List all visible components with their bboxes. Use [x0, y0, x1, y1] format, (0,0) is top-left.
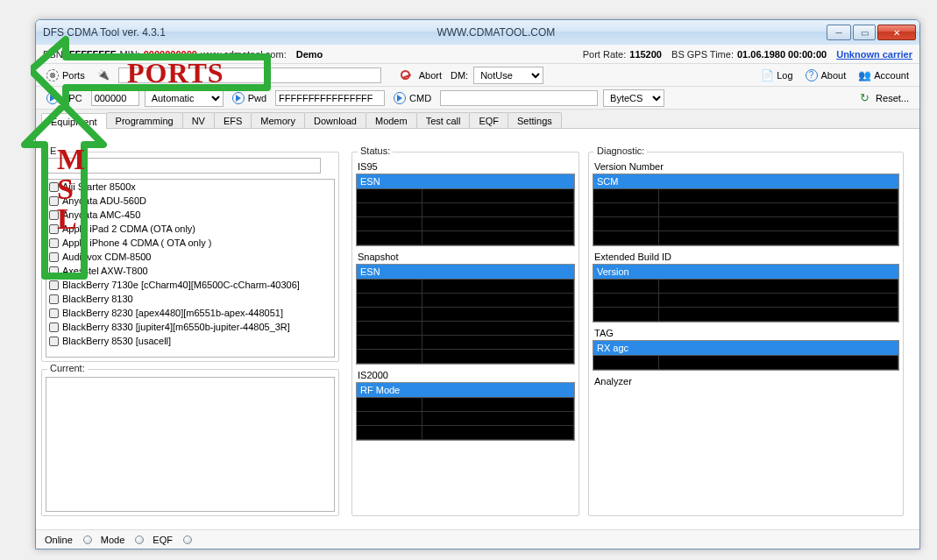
pwd-button[interactable]: Pwd [229, 90, 270, 106]
eqf-label: EQF [153, 535, 173, 545]
equipment-item[interactable]: Anydata AMC-450 [46, 208, 334, 222]
account-label: Account [874, 70, 909, 81]
eqf-indicator-icon [183, 535, 192, 544]
about-label: About [821, 70, 847, 81]
esn-header: ESN [357, 174, 574, 189]
version-header: Version [593, 265, 898, 280]
spc-input[interactable] [91, 90, 139, 106]
user-icon [858, 69, 870, 82]
connect-button[interactable] [94, 67, 113, 83]
equipment-legend: E [47, 145, 59, 156]
equipment-item[interactable]: BlackBerry 7130e [cCharm40][M6500C-cChar… [46, 278, 334, 292]
snapshot-label: Snapshot [358, 252, 579, 262]
reset-button[interactable]: Reset... [856, 90, 912, 106]
carrier-link[interactable]: Unknown carrier [836, 49, 912, 60]
app-window: DFS CDMA Tool ver. 4.3.1 WWW.CDMATOOL.CO… [35, 19, 920, 549]
refresh-icon [860, 92, 872, 104]
abort-label: Abort [419, 70, 442, 81]
equipment-group: E Aiji Starter 8500xAnydata ADU-560DAnyd… [41, 152, 339, 362]
help-icon [806, 69, 818, 82]
status-group: Status: IS95 ESN Snapshot ESN IS2000 RF … [351, 152, 579, 516]
equipment-item[interactable]: Apple iPhone 4 CDMA ( OTA only ) [46, 236, 334, 250]
extbuild-label: Extended Build ID [594, 252, 903, 262]
min-value: 0000000000 [144, 49, 197, 60]
equipment-item[interactable]: Anydata ADU-560D [46, 194, 334, 208]
is95-grid: ESN [356, 174, 575, 246]
cmd-button[interactable]: CMD [390, 90, 435, 106]
equipment-item[interactable]: BlackBerry 8530 [usacell] [46, 334, 334, 348]
log-label: Log [777, 70, 792, 81]
gps-value: 01.06.1980 00:00:00 [737, 49, 827, 60]
is2000-grid: RF Mode [356, 382, 575, 441]
toolbar-1: Ports Abort DM: NotUse Log About Account [36, 64, 919, 87]
play-icon [46, 92, 59, 104]
online-indicator-icon [83, 535, 92, 544]
site-label: www.cdmatool.com: [201, 49, 287, 60]
esn-value: FFFFFFFF [69, 49, 117, 60]
window-title: DFS CDMA Tool ver. 4.3.1 [43, 26, 166, 39]
version-grid: SCM [593, 174, 899, 246]
spc-button[interactable]: SPC [43, 90, 86, 106]
is95-label: IS95 [358, 161, 579, 172]
online-label: Online [45, 535, 73, 545]
version-label: Version Number [594, 161, 903, 172]
equipment-item[interactable]: BlackBerry 8330 [jupiter4][m6550b-jupite… [46, 320, 334, 334]
play-icon [232, 92, 245, 104]
reset-label: Reset... [876, 93, 909, 103]
equipment-item[interactable]: BlackBerry 8130 [46, 292, 334, 306]
minimize-button[interactable]: ─ [827, 25, 851, 40]
gps-label: BS GPS Time: [671, 49, 734, 60]
dm-select[interactable]: NotUse [473, 67, 543, 84]
mode-label: Mode [101, 535, 125, 545]
diagnostic-group: Diagnostic: Version Number SCM Extended … [588, 152, 904, 516]
maximize-button[interactable]: ▭ [853, 25, 876, 40]
extbuild-grid: Version [593, 264, 899, 323]
status-bar: Online Mode EQF [36, 529, 919, 549]
equipment-item[interactable]: Apple iPad 2 CDMA (OTA only) [46, 222, 334, 236]
current-legend: Current: [47, 363, 88, 373]
equipment-item[interactable]: BlackBerry 8230 [apex4480][m6551b-apex-4… [46, 306, 334, 320]
current-group: Current: [41, 369, 339, 516]
content-area: E Aiji Starter 8500xAnydata ADU-560DAnyd… [36, 125, 919, 528]
snapshot-grid: ESN [356, 264, 575, 365]
equipment-item[interactable]: Aiji Starter 8500x [46, 180, 334, 194]
cmd-label: CMD [409, 93, 431, 103]
current-box [46, 377, 335, 512]
rfmode-header: RF Mode [357, 383, 574, 398]
snapshot-esn-header: ESN [357, 265, 574, 280]
pwd-label: Pwd [248, 93, 266, 103]
bytecs-select[interactable]: ByteCS [603, 89, 664, 107]
status-legend: Status: [358, 145, 393, 156]
site-user: Demo [296, 49, 323, 60]
abort-button[interactable]: Abort [415, 68, 445, 82]
titlebar: DFS CDMA Tool ver. 4.3.1 WWW.CDMATOOL.CO… [36, 20, 919, 45]
equipment-list[interactable]: Aiji Starter 8500xAnydata ADU-560DAnydat… [46, 179, 335, 358]
window-buttons: ─ ▭ ✕ [827, 25, 916, 40]
equipment-item[interactable]: Audiovox CDM-8500 [46, 250, 334, 264]
info-strip: ESN: FFFFFFFF MIN: 0000000000 www.cdmato… [36, 45, 919, 64]
account-button[interactable]: Account [855, 67, 912, 83]
toolbar-2: SPC Automatic Pwd CMD ByteCS Reset... [36, 87, 919, 110]
equipment-item[interactable]: Axesstel AXW-T800 [46, 264, 334, 278]
portrate-label: Port Rate: [583, 49, 627, 60]
diagnostic-legend: Diagnostic: [594, 145, 647, 156]
ports-button[interactable]: Ports [43, 67, 89, 83]
log-button[interactable]: Log [757, 67, 796, 83]
mode-indicator-icon [135, 535, 144, 544]
is2000-label: IS2000 [358, 370, 579, 380]
portrate-value: 115200 [629, 49, 662, 60]
auto-select[interactable]: Automatic [145, 89, 224, 107]
play-icon [394, 92, 406, 104]
port-input[interactable] [118, 67, 381, 83]
pwd-input[interactable] [275, 90, 385, 106]
equipment-filter-input[interactable] [46, 158, 321, 174]
analyzer-label: Analyzer [594, 376, 903, 386]
close-button[interactable]: ✕ [877, 25, 916, 40]
tag-label: TAG [594, 328, 903, 338]
stop-icon [401, 70, 410, 80]
log-icon [761, 69, 773, 82]
esn-label: ESN: [43, 49, 66, 60]
cmd-input[interactable] [440, 90, 598, 106]
plug-icon [97, 69, 110, 82]
about-button[interactable]: About [802, 67, 850, 83]
